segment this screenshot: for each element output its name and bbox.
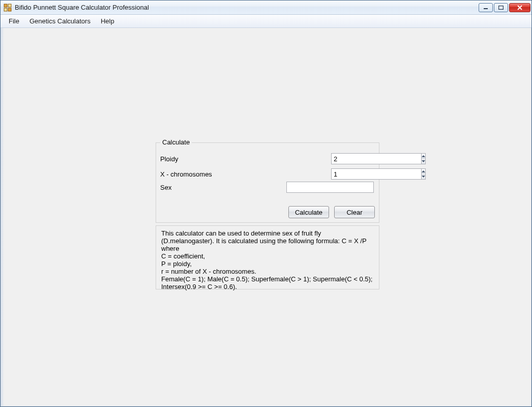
close-icon: [517, 5, 523, 10]
xchrom-input[interactable]: [331, 168, 421, 180]
chevron-up-icon: [422, 170, 425, 172]
xchrom-spin-up[interactable]: [422, 169, 425, 175]
sex-output: [286, 182, 374, 193]
groupbox-legend: Calculate: [160, 138, 192, 146]
svg-rect-0: [4, 4, 7, 7]
ploidy-spin-down[interactable]: [422, 159, 425, 164]
svg-marker-8: [422, 155, 425, 157]
svg-rect-4: [484, 8, 488, 9]
calculate-groupbox: Calculate Ploidy X - chromosomes: [156, 142, 379, 223]
left-edge-shadow: [1, 28, 4, 406]
ploidy-spinner[interactable]: [331, 153, 375, 164]
app-window: Bifido Punnett Square Calculator Profess…: [0, 0, 532, 407]
xchrom-spin-down[interactable]: [422, 175, 425, 180]
svg-rect-5: [499, 6, 504, 9]
info-text: This calculator can be used to determine…: [156, 225, 379, 289]
app-icon: [4, 4, 12, 12]
ploidy-spin-buttons: [421, 153, 426, 164]
svg-marker-10: [422, 170, 425, 172]
window-title: Bifido Punnett Square Calculator Profess…: [15, 4, 479, 11]
client-area: Calculate Ploidy X - chromosomes: [1, 28, 531, 406]
chevron-up-icon: [422, 155, 425, 157]
svg-marker-11: [422, 176, 425, 178]
titlebar[interactable]: Bifido Punnett Square Calculator Profess…: [1, 1, 531, 15]
minimize-button[interactable]: [479, 3, 493, 12]
calculate-button[interactable]: Calculate: [288, 206, 329, 218]
menubar: File Genetics Calculators Help: [1, 15, 531, 28]
menu-file[interactable]: File: [4, 15, 24, 27]
window-controls: [479, 3, 530, 12]
clear-button[interactable]: Clear: [334, 206, 375, 218]
chevron-down-icon: [422, 176, 425, 178]
ploidy-input[interactable]: [331, 153, 421, 164]
maximize-button[interactable]: [494, 3, 508, 12]
menu-help[interactable]: Help: [96, 15, 120, 27]
chevron-down-icon: [422, 160, 425, 162]
maximize-icon: [498, 6, 504, 10]
menu-genetics-calculators[interactable]: Genetics Calculators: [24, 15, 96, 27]
button-row: Calculate Clear: [288, 206, 375, 218]
xchrom-spin-buttons: [421, 168, 426, 180]
close-button[interactable]: [509, 3, 530, 12]
xchrom-spinner[interactable]: [331, 168, 375, 180]
ploidy-spin-up[interactable]: [422, 154, 425, 159]
svg-rect-1: [8, 4, 11, 7]
svg-marker-9: [422, 160, 425, 162]
svg-rect-3: [8, 8, 11, 11]
minimize-icon: [483, 6, 488, 10]
svg-rect-2: [4, 8, 7, 11]
